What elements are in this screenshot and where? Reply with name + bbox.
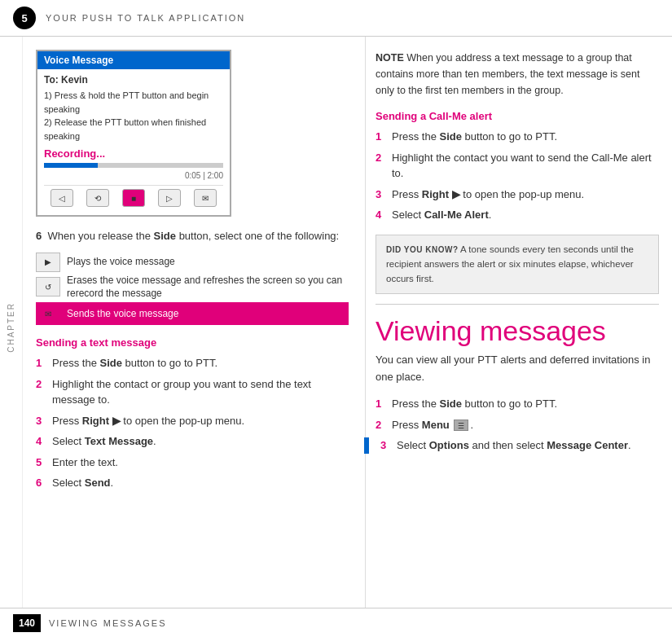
step-num-3: 3 xyxy=(36,413,52,429)
phone-controls: ◁ ⟲ ■ ▷ ✉ xyxy=(44,185,223,210)
phone-progress-fill xyxy=(44,163,98,168)
step-3: 3 Press Right ▶ to open the pop-up menu. xyxy=(36,413,349,429)
step-num-6: 6 xyxy=(36,475,52,491)
call-me-step-num-3: 3 xyxy=(376,187,392,203)
phone-recording: Recording... xyxy=(44,147,223,160)
call-me-steps: 1 Press the Side button to go to PTT. 2 … xyxy=(376,129,659,223)
send-icon: ✉ xyxy=(36,304,60,323)
viewing-step-num-1: 1 xyxy=(376,396,392,412)
call-me-heading: Sending a Call-Me alert xyxy=(376,110,659,122)
chapter-number: 5 xyxy=(21,12,27,24)
phone-btn-forward: ▷ xyxy=(158,189,181,207)
call-me-step-3: 3 Press Right ▶ to open the pop-up menu. xyxy=(376,187,659,203)
accent-bar xyxy=(364,437,367,454)
chapter-badge: 5 xyxy=(13,7,36,29)
step-num-1: 1 xyxy=(36,355,52,371)
chapter-tab: CHAPTER xyxy=(0,37,23,618)
viewing-step-1: 1 Press the Side button to go to PTT. xyxy=(376,396,659,412)
phone-to: To: Kevin xyxy=(44,74,223,86)
phone-screenshot: Voice Message To: Kevin 1) Press & hold … xyxy=(36,50,231,217)
viewing-steps: 1 Press the Side button to go to PTT. 2 … xyxy=(376,396,659,454)
header-title: YOUR PUSH TO TALK APPLICATION xyxy=(46,13,245,23)
header-bar: 5 YOUR PUSH TO TALK APPLICATION xyxy=(0,0,672,37)
step-text-2: Highlight the contact or group you want … xyxy=(52,376,349,408)
did-you-know-label: DID YOU KNOW? xyxy=(386,245,459,254)
viewing-step-text-2: Press Menu ☰. xyxy=(392,417,473,433)
call-me-step-1: 1 Press the Side button to go to PTT. xyxy=(376,129,659,145)
call-me-step-text-1: Press the Side button to go to PTT. xyxy=(392,129,557,145)
step-text-1: Press the Side button to go to PTT. xyxy=(52,355,217,371)
action-rows: ▶ Plays the voice message ↺ Erases the v… xyxy=(36,253,349,326)
action-row-erase: ↺ Erases the voice message and refreshes… xyxy=(36,274,349,301)
step-text-4: Select Text Message. xyxy=(52,433,156,450)
step-6: 6 Select Send. xyxy=(36,475,349,491)
step6-intro: 6 When you release the Side button, sele… xyxy=(36,228,349,244)
right-column: NOTE When you address a text message to … xyxy=(365,37,672,618)
step-num-2: 2 xyxy=(36,376,52,408)
send-text-steps: 1 Press the Side button to go to PTT. 2 … xyxy=(36,355,349,491)
viewing-step-text-3: Select Options and then select Message C… xyxy=(397,437,631,454)
step-text-6: Select Send. xyxy=(52,475,113,491)
call-me-section: Sending a Call-Me alert 1 Press the Side… xyxy=(376,110,659,223)
call-me-step-text-3: Press Right ▶ to open the pop-up menu. xyxy=(392,187,584,203)
phone-body: To: Kevin 1) Press & hold the PTT button… xyxy=(37,69,230,215)
phone-instructions: 1) Press & hold the PTT button and begin… xyxy=(44,89,223,143)
step-num-5: 5 xyxy=(36,455,52,471)
step6-text-after: button, select one of the following: xyxy=(176,230,339,242)
step-4: 4 Select Text Message. xyxy=(36,433,349,450)
call-me-step-text-2: Highlight the contact you want to send t… xyxy=(392,150,659,182)
call-me-step-num-4: 4 xyxy=(376,207,392,223)
step-2: 2 Highlight the contact or group you wan… xyxy=(36,376,349,408)
step-text-3: Press Right ▶ to open the pop-up menu. xyxy=(52,413,244,429)
phone-btn-rewind: ⟲ xyxy=(86,189,109,207)
phone-btn-back: ◁ xyxy=(51,189,73,207)
phone-btn-stop: ■ xyxy=(122,189,145,207)
erase-text: Erases the voice message and refreshes t… xyxy=(67,274,349,301)
step-num-4: 4 xyxy=(36,433,52,450)
phone-progress-bar xyxy=(44,163,223,168)
viewing-step-2: 2 Press Menu ☰. xyxy=(376,417,659,433)
content-area: CHAPTER Voice Message To: Kevin 1) Press… xyxy=(0,37,672,618)
viewing-step-3: 3 Select Options and then select Message… xyxy=(376,437,659,454)
viewing-step-text-1: Press the Side button to go to PTT. xyxy=(392,396,557,412)
step6-section: 6 When you release the Side button, sele… xyxy=(36,228,349,325)
col-divider xyxy=(376,304,659,305)
step6-text-before: When you release the xyxy=(47,230,153,242)
viewing-step-num-3: 3 xyxy=(380,437,397,454)
step-text-5: Enter the text. xyxy=(52,455,118,471)
left-column: Voice Message To: Kevin 1) Press & hold … xyxy=(23,37,365,618)
action-row-play: ▶ Plays the voice message xyxy=(36,253,349,272)
note-text: When you address a text message to a gro… xyxy=(376,52,639,96)
footer-bar: 140 VIEWING MESSAGES xyxy=(0,608,672,637)
call-me-step-num-1: 1 xyxy=(376,129,392,145)
erase-icon: ↺ xyxy=(36,277,60,297)
step-5: 5 Enter the text. xyxy=(36,455,349,471)
viewing-step-num-2: 2 xyxy=(376,417,392,433)
send-text-heading: Sending a text message xyxy=(36,336,349,349)
step-1: 1 Press the Side button to go to PTT. xyxy=(36,355,349,371)
send-text-section: Sending a text message 1 Press the Side … xyxy=(36,336,349,491)
did-you-know-box: DID YOU KNOW? A tone sounds every ten se… xyxy=(376,235,659,294)
play-icon: ▶ xyxy=(36,253,60,272)
call-me-step-4: 4 Select Call-Me Alert. xyxy=(376,207,659,223)
note-box: NOTE When you address a text message to … xyxy=(376,50,659,99)
footer-title: VIEWING MESSAGES xyxy=(49,618,166,628)
action-row-send: ✉ Sends the voice message xyxy=(36,302,349,325)
phone-title-bar: Voice Message xyxy=(37,51,230,69)
step6-side-bold: Side xyxy=(154,230,176,242)
menu-icon: ☰ xyxy=(454,420,468,431)
chapter-tab-label: CHAPTER xyxy=(7,302,15,353)
call-me-step-2: 2 Highlight the contact you want to send… xyxy=(376,150,659,182)
play-text: Plays the voice message xyxy=(67,255,175,269)
phone-btn-message: ✉ xyxy=(194,189,217,207)
viewing-heading: Viewing messages xyxy=(376,314,659,348)
footer-page-number: 140 xyxy=(13,614,41,632)
phone-time: 0:05 | 2:00 xyxy=(44,171,223,180)
note-label: NOTE xyxy=(376,52,404,64)
call-me-step-text-4: Select Call-Me Alert. xyxy=(392,207,491,223)
send-text: Sends the voice message xyxy=(67,307,178,321)
viewing-subheading: You can view all your PTT alerts and def… xyxy=(376,352,659,386)
call-me-step-num-2: 2 xyxy=(376,150,392,182)
step6-numeral: 6 xyxy=(36,230,42,242)
